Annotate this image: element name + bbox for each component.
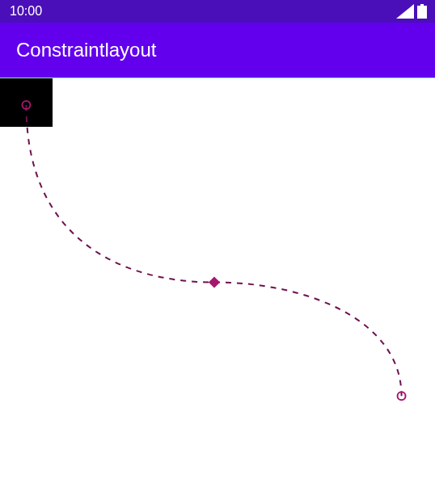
svg-rect-1	[420, 4, 424, 6]
svg-rect-0	[417, 6, 427, 19]
content-area[interactable]	[0, 78, 435, 504]
battery-icon	[417, 4, 427, 19]
svg-rect-2	[209, 276, 220, 288]
motion-path-curve	[26, 105, 401, 396]
motion-path-overlay	[0, 78, 435, 504]
app-title: Constraintlayout	[16, 39, 156, 61]
status-icons	[396, 4, 427, 19]
path-mid-handle[interactable]	[209, 276, 220, 288]
constraint-view-box[interactable]	[0, 78, 53, 127]
status-bar: 10:00	[0, 0, 435, 23]
app-bar: Constraintlayout	[0, 23, 435, 78]
signal-icon	[396, 4, 414, 19]
status-time: 10:00	[8, 4, 42, 19]
path-end-handle[interactable]	[398, 392, 406, 400]
